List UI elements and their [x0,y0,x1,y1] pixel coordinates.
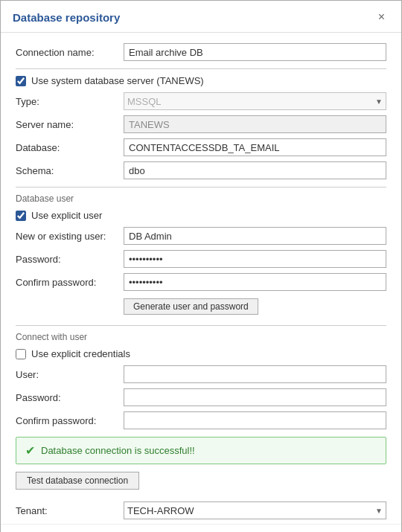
dialog-database-repository: Database repository × Connection name: U… [0,0,402,532]
password-label: Password: [16,254,124,265]
explicit-user-row: Use explicit user [16,210,386,221]
divider-2 [16,187,386,188]
password-input[interactable] [124,250,386,268]
type-select-wrapper: MSSQL ▼ [124,92,386,110]
schema-label: Schema: [16,165,124,176]
new-existing-user-row: New or existing user: [16,227,386,245]
divider-1 [16,68,386,69]
confirm-password-row: Confirm password: [16,273,386,291]
tenant-select[interactable]: TECH-ARROW [124,501,386,519]
password-row: Password: [16,250,386,268]
user-input[interactable] [124,365,386,383]
new-existing-user-input[interactable] [124,227,386,245]
close-button[interactable]: × [374,10,389,25]
system-db-label: Use system database server (TANEWS) [31,75,204,86]
success-banner: ✔ Database connection is successful!! [16,437,386,464]
explicit-user-checkbox[interactable] [16,211,26,221]
tenant-select-wrapper: TECH-ARROW ▼ [124,501,386,519]
user-label: User: [16,369,124,380]
database-label: Database: [16,142,124,153]
connection-name-input[interactable] [124,43,386,61]
explicit-credentials-label: Use explicit credentials [31,348,130,359]
password2-input[interactable] [124,388,386,406]
password2-label: Password: [16,392,124,403]
server-name-row: Server name: [16,115,386,133]
connection-name-row: Connection name: [16,43,386,61]
dialog-titlebar: Database repository × [1,1,401,33]
schema-input[interactable] [124,161,386,179]
confirm-password2-label: Confirm password: [16,415,124,426]
confirm-password2-row: Confirm password: [16,411,386,429]
password2-row: Password: [16,388,386,406]
divider-3 [16,325,386,326]
tenant-row: Tenant: TECH-ARROW ▼ [16,501,386,519]
explicit-user-label: Use explicit user [31,210,102,221]
schema-row: Schema: [16,161,386,179]
type-row: Type: MSSQL ▼ [16,92,386,110]
explicit-credentials-row: Use explicit credentials [16,348,386,359]
generate-button[interactable]: Generate user and password [124,298,258,315]
success-icon: ✔ [25,443,35,458]
confirm-password2-input[interactable] [124,411,386,429]
server-name-label: Server name: [16,119,124,130]
database-input[interactable] [124,138,386,156]
new-existing-user-label: New or existing user: [16,231,124,242]
success-text: Database connection is successful!! [41,445,195,456]
server-name-input [124,115,386,133]
dialog-footer: Save Cancel [1,524,401,532]
system-db-checkbox[interactable] [16,76,26,86]
system-db-row: Use system database server (TANEWS) [16,75,386,86]
connect-with-user-section-label: Connect with user [16,332,386,342]
user-row: User: [16,365,386,383]
explicit-credentials-checkbox[interactable] [16,349,26,359]
test-connection-button[interactable]: Test database connection [16,472,139,490]
connection-name-label: Connection name: [16,47,124,58]
dialog-title: Database repository [13,11,120,24]
dialog-body: Connection name: Use system database ser… [1,33,401,524]
db-user-section-label: Database user [16,193,386,204]
tenant-label: Tenant: [16,505,124,516]
confirm-password-input[interactable] [124,273,386,291]
database-row: Database: [16,138,386,156]
type-label: Type: [16,96,124,107]
confirm-password-label: Confirm password: [16,277,124,288]
type-select: MSSQL [124,92,386,110]
